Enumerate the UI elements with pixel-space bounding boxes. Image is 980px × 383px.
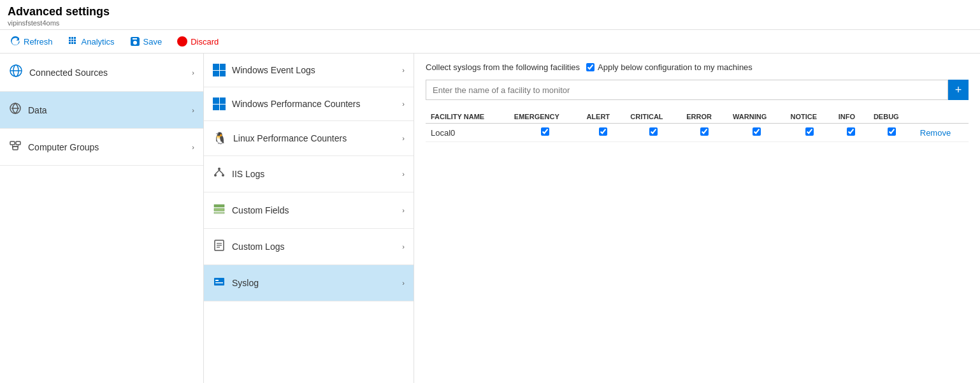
- save-icon: [130, 36, 140, 47]
- chevron-icon-custom-fields: ›: [402, 206, 405, 214]
- refresh-label: Refresh: [24, 37, 53, 47]
- checkbox-debug[interactable]: [888, 127, 896, 136]
- apply-config-checkbox[interactable]: [586, 63, 594, 71]
- svg-rect-6: [69, 42, 71, 44]
- cell-critical[interactable]: [625, 124, 681, 142]
- middle-item-iis-logs[interactable]: IIS Logs ›: [204, 156, 414, 192]
- middle-item-label-custom-logs: Custom Logs: [232, 242, 284, 252]
- checkbox-error[interactable]: [700, 127, 709, 136]
- col-warning: WARNING: [728, 110, 785, 124]
- middle-item-custom-fields[interactable]: Custom Fields ›: [204, 192, 414, 229]
- checkbox-emergency[interactable]: [541, 127, 549, 136]
- apply-label: Apply below configuration to my machines: [598, 62, 753, 72]
- custom-logs-icon: [213, 239, 226, 254]
- svg-point-22: [218, 168, 220, 170]
- svg-rect-29: [214, 212, 224, 213]
- remove-link[interactable]: Remove: [920, 128, 951, 138]
- chevron-icon-syslog: ›: [402, 279, 405, 287]
- computer-groups-icon: [9, 139, 22, 155]
- iis-logs-icon: [213, 166, 226, 182]
- cell-notice[interactable]: [785, 124, 833, 142]
- svg-rect-1: [71, 37, 73, 39]
- facility-table-body: Local0Remove: [426, 124, 969, 142]
- chevron-icon-iis-logs: ›: [402, 170, 405, 178]
- svg-rect-3: [69, 40, 71, 41]
- analytics-button[interactable]: Analytics: [66, 35, 117, 48]
- save-label: Save: [143, 37, 162, 47]
- analytics-label: Analytics: [82, 37, 115, 47]
- discard-icon: [177, 36, 187, 47]
- syslog-icon: [213, 275, 226, 291]
- facility-table: FACILITY NAME EMERGENCY ALERT CRITICAL E…: [426, 110, 969, 142]
- refresh-icon: [10, 36, 20, 47]
- cell-info[interactable]: [833, 124, 868, 142]
- linux-perf-icon: 🐧: [213, 131, 227, 145]
- collect-label: Collect syslogs from the following facil…: [426, 62, 580, 72]
- facility-table-header: FACILITY NAME EMERGENCY ALERT CRITICAL E…: [426, 110, 969, 124]
- cell-remove[interactable]: Remove: [915, 124, 969, 142]
- col-info: INFO: [833, 110, 868, 124]
- svg-line-26: [219, 170, 223, 174]
- toolbar: Refresh Analytics Save Discard: [0, 30, 980, 54]
- windows-event-logs-icon: [213, 64, 226, 76]
- apply-config-checkbox-label[interactable]: Apply below configuration to my machines: [586, 62, 753, 72]
- checkbox-critical[interactable]: [649, 127, 658, 136]
- col-error: ERROR: [681, 110, 728, 124]
- cell-facility-name: Local0: [426, 124, 509, 142]
- svg-rect-8: [74, 42, 76, 44]
- refresh-button[interactable]: Refresh: [8, 35, 55, 48]
- analytics-icon: [68, 36, 78, 47]
- svg-rect-2: [74, 37, 76, 39]
- sidebar-item-computer-groups[interactable]: Computer Groups ›: [0, 129, 203, 166]
- svg-rect-17: [16, 141, 20, 145]
- checkbox-warning[interactable]: [753, 127, 761, 136]
- svg-rect-35: [215, 280, 219, 281]
- page-subtitle: vipinsfstest4oms: [8, 19, 972, 27]
- middle-panel: Windows Event Logs › Windows Performance…: [204, 54, 414, 383]
- middle-item-syslog[interactable]: Syslog ›: [204, 265, 414, 301]
- sidebar-item-data[interactable]: Data ›: [0, 92, 203, 129]
- page-title: Advanced settings: [8, 5, 972, 18]
- middle-item-windows-performance-counters[interactable]: Windows Performance Counters ›: [204, 87, 414, 121]
- facility-name-input[interactable]: [426, 80, 948, 100]
- add-facility-button[interactable]: +: [948, 80, 969, 100]
- sidebar-item-connected-sources[interactable]: Connected Sources ›: [0, 54, 203, 92]
- discard-button[interactable]: Discard: [175, 35, 221, 48]
- checkbox-info[interactable]: [847, 127, 855, 136]
- checkbox-alert[interactable]: [599, 127, 607, 136]
- middle-item-windows-event-logs[interactable]: Windows Event Logs ›: [204, 54, 414, 87]
- connected-sources-icon: [9, 64, 23, 81]
- middle-item-custom-logs[interactable]: Custom Logs ›: [204, 229, 414, 265]
- col-critical: CRITICAL: [625, 110, 681, 124]
- cell-warning[interactable]: [728, 124, 785, 142]
- svg-rect-18: [13, 147, 18, 150]
- chevron-icon-windows-perf: ›: [402, 100, 405, 108]
- header: Advanced settings vipinsfstest4oms: [0, 0, 980, 30]
- col-action: [915, 110, 969, 124]
- middle-item-label-linux-perf: Linux Performance Counters: [233, 133, 347, 143]
- cell-emergency[interactable]: [509, 124, 582, 142]
- svg-rect-28: [214, 208, 224, 211]
- col-alert: ALERT: [581, 110, 625, 124]
- save-button[interactable]: Save: [127, 35, 165, 48]
- cell-alert[interactable]: [581, 124, 625, 142]
- right-panel-header: Collect syslogs from the following facil…: [426, 62, 969, 72]
- chevron-icon-computer-groups: ›: [192, 143, 194, 151]
- sidebar: Connected Sources › Data ›: [0, 54, 204, 383]
- cell-error[interactable]: [681, 124, 728, 142]
- middle-item-linux-performance-counters[interactable]: 🐧 Linux Performance Counters ›: [204, 121, 414, 156]
- sidebar-item-label-connected-sources: Connected Sources: [29, 68, 108, 78]
- svg-rect-36: [215, 282, 223, 284]
- middle-item-label-iis-logs: IIS Logs: [232, 169, 264, 179]
- cell-debug[interactable]: [868, 124, 915, 142]
- col-debug: DEBUG: [868, 110, 915, 124]
- middle-item-label-custom-fields: Custom Fields: [232, 205, 289, 215]
- svg-rect-27: [214, 205, 224, 207]
- svg-point-24: [222, 174, 224, 177]
- table-row: Local0Remove: [426, 124, 969, 142]
- svg-rect-0: [69, 37, 71, 39]
- discard-label: Discard: [191, 37, 219, 47]
- chevron-icon-windows-event-logs: ›: [402, 66, 405, 74]
- checkbox-notice[interactable]: [805, 127, 814, 136]
- main-content: Connected Sources › Data ›: [0, 54, 980, 383]
